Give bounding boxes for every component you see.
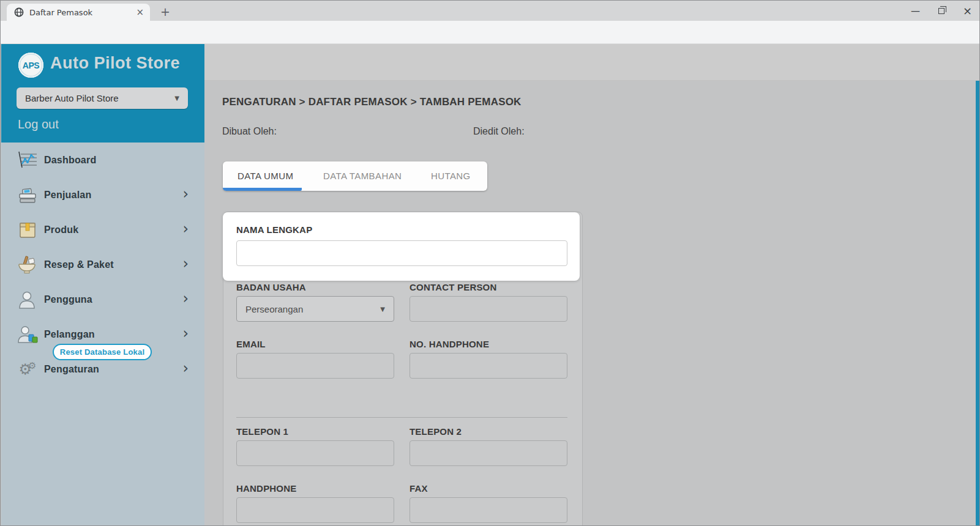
breadcrumb: PENGATURAN > DAFTAR PEMASOK > TAMBAH PEM… [222,96,522,108]
telepon2-input[interactable] [410,440,567,466]
chevron-right-icon: › [182,254,189,272]
window-restore-button[interactable] [938,8,944,14]
sidebar-item-label: Pengguna [44,294,92,305]
chevron-right-icon: › [182,289,189,306]
store-selector-value: Barber Auto Pilot Store [25,93,119,103]
created-by-label: Dibuat Oleh: [222,126,277,137]
browser-tab[interactable]: Daftar Pemasok × [7,4,150,21]
contact-person-input[interactable] [410,296,567,322]
caret-down-icon: ▼ [174,95,179,102]
sidebar-item-label: Pelanggan [44,329,95,340]
no-handphone-input[interactable] [410,353,567,379]
new-tab-button[interactable]: + [157,4,173,20]
chevron-right-icon: › [182,185,189,202]
telepon1-label: TELEPON 1 [236,426,288,437]
gears-icon: ⚙⚙ [16,359,39,380]
window-minimize-button[interactable]: — [911,6,920,17]
contact-person-label: CONTACT PERSON [410,282,497,292]
fax-input[interactable] [410,497,567,523]
sidebar-item-label: Penjualan [44,190,91,201]
browser-toolbar: ← → ↻ member.autopilotstore.co.id/daftar… [1,21,980,44]
badan-usaha-select[interactable]: Perseorangan ▼ [236,296,394,322]
user-icon [16,289,39,310]
active-tab-underline [223,188,302,191]
sidebar-item-label: Resep & Paket [44,259,114,270]
caret-down-icon: ▼ [380,306,385,313]
no-handphone-label: NO. HANDPHONE [410,339,489,349]
badan-usaha-label: BADAN USAHA [236,282,306,292]
globe-favicon [14,7,24,17]
tab-close-icon[interactable]: × [136,8,144,17]
cash-register-icon [16,185,39,206]
handphone-input[interactable] [236,497,394,523]
sidebar-item-penjualan[interactable]: Penjualan › [1,177,204,212]
chevron-right-icon: › [182,359,189,376]
customer-icon [16,324,39,345]
tab-hutang[interactable]: HUTANG [431,171,471,181]
chevron-right-icon: › [182,220,189,237]
sidebar: APS Auto Pilot Store Barber Auto Pilot S… [1,44,204,526]
nama-lengkap-input[interactable] [236,240,567,266]
sidebar-item-label: Produk [44,224,78,235]
sidebar-item-pengguna[interactable]: Pengguna › [1,282,204,317]
window-close-button[interactable]: × [963,6,972,17]
form-divider [236,417,567,418]
sidebar-item-produk[interactable]: Produk › [1,212,204,247]
sidebar-header: APS Auto Pilot Store Barber Auto Pilot S… [1,44,204,143]
app-name: Auto Pilot Store [50,54,180,73]
chevron-right-icon: › [182,324,189,341]
package-icon [16,220,39,240]
main-header-strip [204,44,980,81]
store-selector[interactable]: Barber Auto Pilot Store ▼ [17,87,188,109]
sidebar-item-label: Pengaturan [44,364,99,375]
edited-by-label: Diedit Oleh: [473,126,525,137]
tab-data-tambahan[interactable]: DATA TAMBAHAN [323,171,402,181]
nama-lengkap-label: NAMA LENGKAP [236,224,312,235]
badan-usaha-value: Perseorangan [245,304,303,314]
handphone-label: HANDPHONE [236,483,296,494]
chart-icon [16,150,39,171]
browser-window: Daftar Pemasok × + — × ← → ↻ member.auto… [0,0,980,526]
telepon1-input[interactable] [236,440,394,466]
logout-link[interactable]: Log out [18,117,59,132]
email-label: EMAIL [236,339,266,349]
sidebar-item-label: Dashboard [44,155,96,166]
telepon2-label: TELEPON 2 [410,426,462,437]
page-scrollbar[interactable] [976,81,980,526]
email-input[interactable] [236,353,394,379]
sidebar-item-dashboard[interactable]: Dashboard [1,143,204,177]
browser-tabstrip: Daftar Pemasok × + — × [1,1,980,21]
tab-data-umum[interactable]: DATA UMUM [238,171,293,181]
reset-database-button[interactable]: Reset Database Lokal [53,344,152,360]
form-tabs: DATA UMUM DATA TAMBAHAN HUTANG [223,161,487,191]
sidebar-item-resep-paket[interactable]: Resep & Paket › [1,247,204,282]
tab-title: Daftar Pemasok [29,8,136,17]
app-logo: APS [18,53,43,78]
fax-label: FAX [410,483,428,494]
mortar-icon [16,254,39,275]
